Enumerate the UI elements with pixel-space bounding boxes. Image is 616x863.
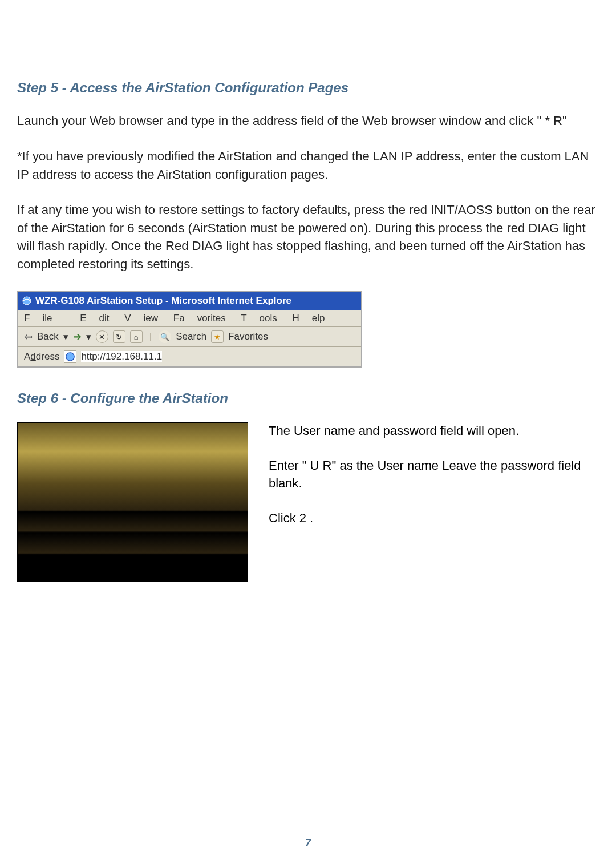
- step6-text-column: The User name and password field will op…: [269, 422, 599, 544]
- back-button-label[interactable]: Back: [37, 331, 59, 342]
- step5-paragraph-2: *If you have previously modified the Air…: [17, 147, 599, 184]
- menu-view[interactable]: View: [124, 313, 158, 324]
- menu-file[interactable]: File: [24, 313, 64, 324]
- favorites-button-label[interactable]: Favorites: [228, 331, 268, 342]
- step6-heading: Step 6 - Configure the AirStation: [17, 390, 599, 406]
- page-number: 7: [0, 837, 616, 849]
- ie-window-title: WZR-G108 AirStation Setup - Microsoft In…: [35, 295, 291, 307]
- ie-logo-icon: [22, 296, 32, 306]
- login-dialog-screenshot: [17, 422, 248, 582]
- back-dropdown-icon[interactable]: ▾: [63, 331, 68, 343]
- step6-paragraph-1: The User name and password field will op…: [269, 422, 599, 440]
- step6-paragraph-3: Click 2 .: [269, 510, 599, 527]
- search-icon[interactable]: 🔍: [159, 330, 171, 343]
- ie-screenshot: WZR-G108 AirStation Setup - Microsoft In…: [17, 291, 362, 368]
- forward-arrow-icon[interactable]: ➔: [73, 330, 82, 343]
- search-button-label[interactable]: Search: [176, 331, 206, 342]
- step5-heading: Step 5 - Access the AirStation Configura…: [17, 80, 599, 96]
- footer-rule: [17, 832, 599, 832]
- step5-paragraph-3: If at any time you wish to restore setti…: [17, 201, 599, 274]
- menu-help[interactable]: Help: [292, 313, 325, 324]
- ie-menubar: File Edit View Favorites Tools Help: [18, 310, 361, 327]
- address-label: Address: [24, 351, 59, 362]
- step6-paragraph-2: Enter " U R" as the User name Leave the …: [269, 457, 599, 493]
- ie-address-bar: Address http://192.168.11.1: [18, 347, 361, 366]
- menu-edit[interactable]: Edit: [80, 313, 109, 324]
- document-page: Step 5 - Access the AirStation Configura…: [0, 0, 616, 863]
- step5-paragraph-1: Launch your Web browser and type in the …: [17, 112, 599, 130]
- svg-point-1: [66, 353, 74, 361]
- ie-titlebar: WZR-G108 AirStation Setup - Microsoft In…: [18, 292, 361, 310]
- ie-toolbar: ⇦ Back ▾ ➔ ▾ ✕ ↻ ⌂ | 🔍 Search ★ Favorite…: [18, 327, 361, 347]
- toolbar-separator: |: [149, 331, 152, 342]
- menu-favorites[interactable]: Favorites: [173, 313, 226, 324]
- step6-row: The User name and password field will op…: [17, 422, 599, 582]
- address-url[interactable]: http://192.168.11.1: [81, 351, 162, 362]
- forward-dropdown-icon[interactable]: ▾: [86, 331, 91, 343]
- svg-point-0: [23, 297, 31, 305]
- stop-icon[interactable]: ✕: [96, 330, 108, 343]
- refresh-icon[interactable]: ↻: [113, 330, 125, 343]
- menu-tools[interactable]: Tools: [241, 313, 277, 324]
- back-arrow-icon[interactable]: ⇦: [24, 330, 33, 343]
- ie-page-icon: [64, 350, 76, 363]
- favorites-icon[interactable]: ★: [211, 330, 224, 343]
- home-icon[interactable]: ⌂: [130, 330, 143, 343]
